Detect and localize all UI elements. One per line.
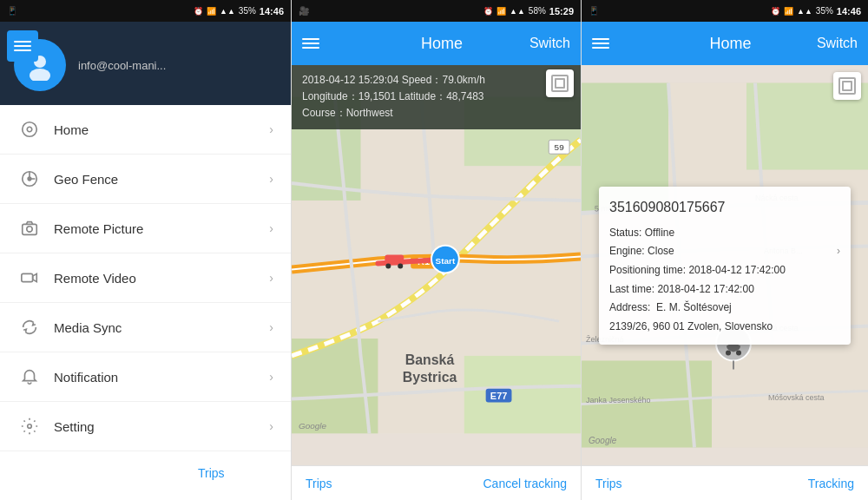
sidebar-item-remote-video[interactable]: Remote Video ›	[0, 253, 291, 303]
notification-chevron: ›	[269, 370, 273, 384]
svg-rect-24	[464, 356, 581, 433]
home-icon	[17, 117, 42, 141]
home-chevron: ›	[269, 122, 273, 136]
notification-icon	[17, 365, 42, 389]
sidebar-item-notification[interactable]: Notification ›	[0, 352, 291, 402]
remote-picture-chevron: ›	[269, 221, 273, 235]
svg-text:Google: Google	[299, 421, 327, 431]
bottom-bar-2: Trips Cancel tracking	[292, 465, 581, 500]
svg-point-35	[398, 264, 403, 269]
switch-btn-3[interactable]: Switch	[817, 36, 858, 51]
svg-text:59: 59	[555, 142, 565, 152]
status-right-2: ⏰ 📶 ▲▲ 58% 15:29	[483, 6, 574, 16]
app-bar-3: Home Switch	[582, 22, 868, 65]
sidebar-item-geo-fence[interactable]: Geo Fence ›	[0, 155, 291, 204]
time-2: 15:29	[549, 6, 574, 16]
engine-value: Close	[648, 242, 674, 261]
trips-link-2[interactable]: Trips	[306, 477, 332, 490]
screenshot-icon-2	[551, 75, 569, 92]
profile-email: info@cool-mani...	[78, 59, 166, 72]
signal-icon: ▲▲	[220, 7, 235, 16]
last-time-value: 2018-04-12 17:42:00	[657, 280, 753, 299]
svg-text:E77: E77	[490, 391, 507, 401]
app-bar-2: Home Switch	[292, 22, 581, 65]
svg-point-51	[726, 351, 731, 356]
svg-point-7	[27, 227, 32, 232]
sidebar-item-home[interactable]: Home ›	[0, 105, 291, 155]
camera-icon	[17, 216, 42, 240]
setting-chevron: ›	[269, 419, 273, 433]
svg-text:Start: Start	[436, 256, 456, 266]
battery-text-3: 35%	[816, 6, 833, 16]
trip-info-line1: 2018-04-12 15:29:04 Speed：79.0km/h	[302, 72, 570, 89]
svg-point-2	[23, 122, 37, 137]
home-label: Home	[54, 122, 269, 137]
screenshot-btn-3[interactable]	[833, 72, 861, 100]
panel-sidebar: 📱 ⏰ 📶 ▲▲ 35% 14:46 info@cool-mani...	[0, 0, 291, 500]
svg-text:Bystrica: Bystrica	[403, 370, 457, 385]
svg-point-1	[30, 69, 50, 81]
svg-rect-8	[22, 273, 33, 281]
trip-info-line3: Course：Northwest	[302, 105, 570, 122]
signal-icon-3: ▲▲	[797, 7, 812, 16]
setting-label: Setting	[54, 419, 269, 434]
status-value: Offline	[645, 224, 674, 243]
sync-icon	[17, 315, 42, 339]
hamburger-icon	[14, 41, 31, 51]
tracker-positioning-row: Positioning time: 2018-04-12 17:42:00	[609, 261, 840, 280]
trips-link-panel1[interactable]: Trips	[191, 465, 232, 481]
cancel-tracking-link[interactable]: Cancel tracking	[483, 477, 568, 490]
status-bar-2: 🎥 ⏰ 📶 ▲▲ 58% 15:29	[292, 0, 581, 22]
phone-icon-3: 📱	[589, 6, 599, 16]
hamburger-btn-3[interactable]	[592, 38, 609, 49]
alarm-icon-2: ⏰	[483, 7, 493, 16]
battery-text-2: 58%	[529, 6, 546, 16]
sidebar-item-remote-picture[interactable]: Remote Picture ›	[0, 204, 291, 253]
engine-arrow: ›	[837, 242, 840, 261]
hamburger-btn-2[interactable]	[302, 38, 319, 49]
app-title-3: Home	[618, 35, 843, 53]
geo-fence-chevron: ›	[269, 172, 273, 186]
svg-text:Janka Jesenského: Janka Jesenského	[586, 396, 651, 405]
alarm-icon: ⏰	[194, 7, 203, 16]
map-area-3: 5 mája Nácká cesta Nácká cesta Železničn…	[582, 65, 868, 465]
tracker-engine-row[interactable]: Engine: Close ›	[609, 242, 840, 261]
sidebar-item-setting[interactable]: Setting ›	[0, 402, 291, 451]
video-cam-icon: 🎥	[299, 6, 309, 16]
hamburger-highlight[interactable]	[7, 30, 38, 62]
screenshot-icon-3	[838, 77, 856, 95]
settings-icon	[17, 414, 42, 438]
trip-info-overlay: 2018-04-12 15:29:04 Speed：79.0km/h Longi…	[292, 65, 581, 129]
status-right-3: ⏰ 📶 ▲▲ 35% 14:46	[771, 6, 861, 16]
svg-text:Banská: Banská	[405, 352, 455, 367]
status-label: Status:	[609, 224, 641, 243]
media-sync-chevron: ›	[269, 320, 273, 334]
svg-text:Google: Google	[589, 436, 617, 445]
media-sync-label: Media Sync	[54, 320, 269, 335]
notification-label: Notification	[54, 370, 269, 385]
address-label: Address:	[609, 301, 650, 313]
tracker-address-row: Address: E. M. Šoltésovej2139/26, 960 01…	[609, 299, 840, 336]
screenshot-btn-2[interactable]	[546, 69, 574, 97]
status-bar-1: 📱 ⏰ 📶 ▲▲ 35% 14:46	[0, 0, 291, 22]
switch-btn-2[interactable]: Switch	[529, 36, 570, 51]
wifi-icon: 📶	[207, 7, 216, 16]
time-1: 14:46	[260, 6, 284, 16]
profile-area: info@cool-mani...	[0, 22, 291, 105]
remote-picture-label: Remote Picture	[54, 221, 269, 236]
positioning-label: Positioning time:	[609, 261, 686, 280]
trips-link-3[interactable]: Trips	[595, 477, 622, 490]
tracker-last-time-row: Last time: 2018-04-12 17:42:00	[609, 280, 840, 299]
geo-fence-icon	[17, 167, 42, 191]
wifi-icon-3: 📶	[784, 7, 793, 16]
time-3: 14:46	[837, 6, 861, 16]
tracking-link[interactable]: Tracking	[808, 477, 854, 490]
positioning-value: 2018-04-12 17:42:00	[688, 261, 785, 280]
status-bar-left: 📱	[7, 6, 17, 16]
alarm-icon-3: ⏰	[771, 7, 780, 16]
remote-video-label: Remote Video	[54, 271, 269, 286]
sidebar-item-media-sync[interactable]: Media Sync ›	[0, 303, 291, 352]
tracker-status-row: Status: Offline	[609, 224, 840, 243]
svg-text:Móšovská cesta: Móšovská cesta	[768, 393, 825, 402]
engine-label: Engine:	[609, 242, 645, 261]
